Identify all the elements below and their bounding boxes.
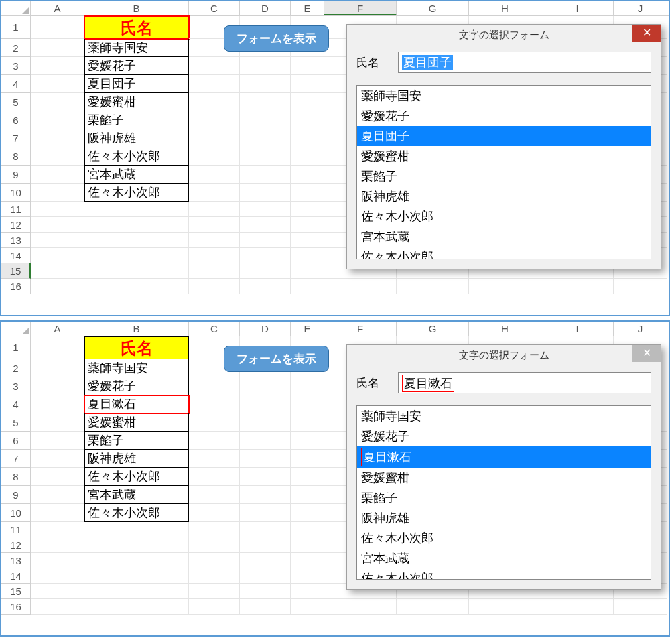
cell-A2[interactable] xyxy=(31,39,84,57)
cell-B6[interactable]: 栗餡子 xyxy=(84,111,189,129)
row-header-7[interactable]: 7 xyxy=(1,129,31,147)
cell-C15[interactable] xyxy=(189,584,240,599)
cell-E13[interactable] xyxy=(291,233,324,248)
cell-A9[interactable] xyxy=(31,486,84,504)
show-form-button[interactable]: フォームを表示 xyxy=(224,346,329,372)
cell-A16[interactable] xyxy=(31,279,84,294)
cell-F16[interactable] xyxy=(324,279,397,294)
cell-A11[interactable] xyxy=(31,522,84,537)
row-header-4[interactable]: 4 xyxy=(1,395,31,413)
cell-D15[interactable] xyxy=(240,584,291,599)
list-item-1[interactable]: 愛媛花子 xyxy=(357,106,651,126)
cell-C5[interactable] xyxy=(189,93,240,111)
col-header-F[interactable]: F xyxy=(324,322,397,336)
cell-B5[interactable]: 愛媛蜜柑 xyxy=(84,93,189,111)
cell-E10[interactable] xyxy=(291,184,324,202)
cell-A10[interactable] xyxy=(31,504,84,522)
cell-A5[interactable] xyxy=(31,413,84,432)
cell-C16[interactable] xyxy=(189,279,240,294)
row-header-1[interactable]: 1 xyxy=(1,16,31,39)
cell-D6[interactable] xyxy=(240,432,291,450)
list-item-3[interactable]: 愛媛蜜柑 xyxy=(357,468,651,488)
cell-B3[interactable]: 愛媛花子 xyxy=(84,57,189,75)
row-header-6[interactable]: 6 xyxy=(1,111,31,129)
row-header-5[interactable]: 5 xyxy=(1,413,31,432)
col-header-F[interactable]: F xyxy=(324,1,397,15)
cell-C9[interactable] xyxy=(189,486,240,504)
row-header-3[interactable]: 3 xyxy=(1,377,31,395)
list-item-8[interactable]: 佐々木小次郎 xyxy=(357,568,651,580)
col-header-C[interactable]: C xyxy=(189,1,240,15)
list-item-5[interactable]: 阪神虎雄 xyxy=(357,508,651,528)
col-header-A[interactable]: A xyxy=(31,1,84,15)
cell-C5[interactable] xyxy=(189,413,240,432)
list-item-8[interactable]: 佐々木小次郎 xyxy=(357,247,651,259)
cell-B7[interactable]: 阪神虎雄 xyxy=(84,450,189,468)
cell-E12[interactable] xyxy=(291,217,324,233)
cell-C3[interactable] xyxy=(189,377,240,395)
cell-D11[interactable] xyxy=(240,202,291,217)
cell-B13[interactable] xyxy=(84,553,189,568)
name-input[interactable]: 夏目漱石 xyxy=(398,372,651,393)
cell-C11[interactable] xyxy=(189,522,240,537)
col-header-H[interactable]: H xyxy=(469,1,541,15)
cell-C12[interactable] xyxy=(189,217,240,233)
cell-C10[interactable] xyxy=(189,504,240,522)
cell-C11[interactable] xyxy=(189,202,240,217)
cell-B7[interactable]: 阪神虎雄 xyxy=(84,129,189,147)
dialog-titlebar[interactable]: 文字の選択フォーム✕ xyxy=(347,345,661,365)
cell-D8[interactable] xyxy=(240,468,291,486)
row-header-3[interactable]: 3 xyxy=(1,57,31,75)
cell-B6[interactable]: 栗餡子 xyxy=(84,432,189,450)
cell-E6[interactable] xyxy=(291,432,324,450)
cell-C10[interactable] xyxy=(189,184,240,202)
cell-E10[interactable] xyxy=(291,504,324,522)
cell-E7[interactable] xyxy=(291,129,324,147)
col-header-J[interactable]: J xyxy=(614,322,667,336)
cell-D9[interactable] xyxy=(240,166,291,184)
close-button[interactable]: ✕ xyxy=(632,25,661,42)
cell-B1[interactable]: 氏名 xyxy=(84,336,189,359)
cell-A12[interactable] xyxy=(31,537,84,553)
cell-D10[interactable] xyxy=(240,504,291,522)
cell-B10[interactable]: 佐々木小次郎 xyxy=(84,504,189,522)
cell-E15[interactable] xyxy=(291,263,324,279)
cell-C8[interactable] xyxy=(189,468,240,486)
cell-E9[interactable] xyxy=(291,486,324,504)
row-header-4[interactable]: 4 xyxy=(1,75,31,93)
list-item-1[interactable]: 愛媛花子 xyxy=(357,426,651,446)
row-header-8[interactable]: 8 xyxy=(1,468,31,486)
cell-A3[interactable] xyxy=(31,377,84,395)
cell-A5[interactable] xyxy=(31,93,84,111)
cell-A10[interactable] xyxy=(31,184,84,202)
cell-A14[interactable] xyxy=(31,568,84,584)
row-header-11[interactable]: 11 xyxy=(1,202,31,217)
list-item-4[interactable]: 栗餡子 xyxy=(357,166,651,186)
cell-D16[interactable] xyxy=(240,279,291,294)
list-item-2[interactable]: 夏目漱石 xyxy=(357,446,651,468)
cell-H16[interactable] xyxy=(469,279,541,294)
row-header-1[interactable]: 1 xyxy=(1,336,31,359)
cell-B16[interactable] xyxy=(84,599,189,615)
cell-B11[interactable] xyxy=(84,202,189,217)
cell-E14[interactable] xyxy=(291,568,324,584)
cell-A7[interactable] xyxy=(31,450,84,468)
cell-B9[interactable]: 宮本武蔵 xyxy=(84,486,189,504)
cell-B8[interactable]: 佐々木小次郎 xyxy=(84,468,189,486)
cell-D7[interactable] xyxy=(240,450,291,468)
cell-B4[interactable]: 夏目団子 xyxy=(84,75,189,93)
cell-B3[interactable]: 愛媛花子 xyxy=(84,377,189,395)
cell-D12[interactable] xyxy=(240,217,291,233)
cell-D11[interactable] xyxy=(240,522,291,537)
cell-A12[interactable] xyxy=(31,217,84,233)
cell-E4[interactable] xyxy=(291,395,324,413)
cell-E5[interactable] xyxy=(291,93,324,111)
cell-D9[interactable] xyxy=(240,486,291,504)
list-item-6[interactable]: 佐々木小次郎 xyxy=(357,206,651,227)
cell-D8[interactable] xyxy=(240,147,291,166)
dialog-titlebar[interactable]: 文字の選択フォーム✕ xyxy=(347,25,661,45)
cell-D16[interactable] xyxy=(240,599,291,615)
cell-E6[interactable] xyxy=(291,111,324,129)
cell-B12[interactable] xyxy=(84,217,189,233)
list-item-3[interactable]: 愛媛蜜柑 xyxy=(357,146,651,166)
